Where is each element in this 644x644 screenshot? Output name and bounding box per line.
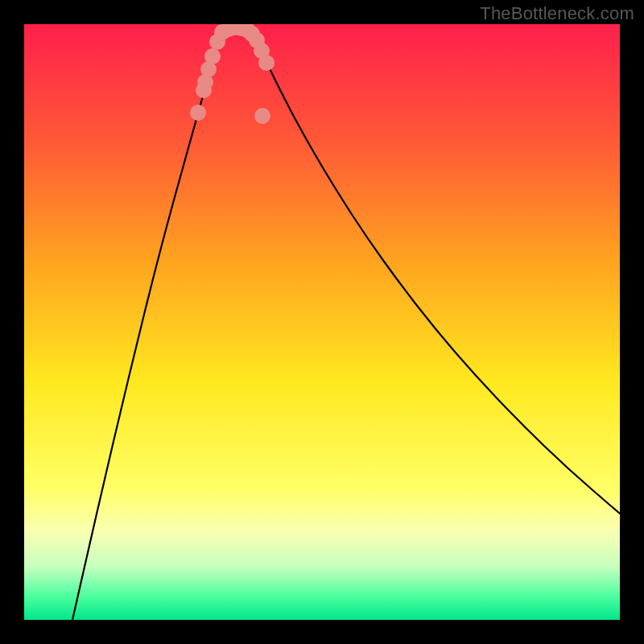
chart-frame: TheBottleneck.com xyxy=(0,0,644,644)
chart-canvas xyxy=(24,24,620,620)
data-point xyxy=(190,105,206,121)
gradient-background xyxy=(24,24,620,620)
data-point xyxy=(258,55,275,71)
watermark-text: TheBottleneck.com xyxy=(480,3,634,24)
plot-area xyxy=(24,24,620,620)
data-point xyxy=(204,48,221,64)
data-point xyxy=(254,108,270,124)
